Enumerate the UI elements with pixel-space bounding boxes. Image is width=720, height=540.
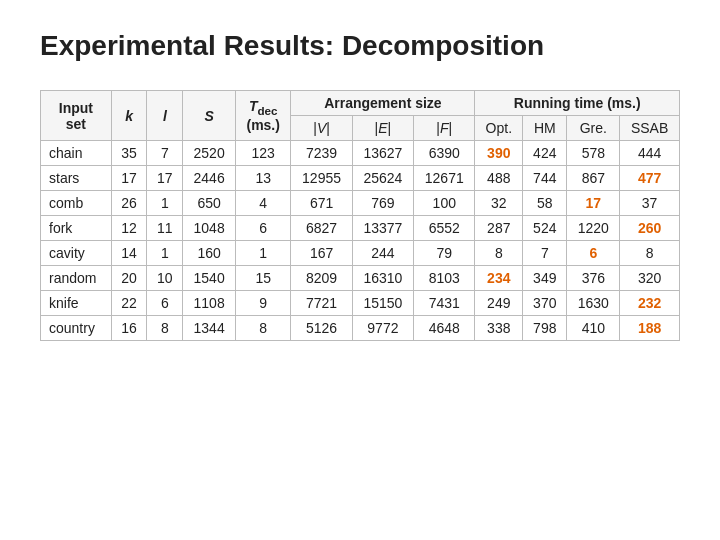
table-cell: comb bbox=[41, 191, 112, 216]
table-cell: 390 bbox=[475, 141, 523, 166]
table-cell: 287 bbox=[475, 216, 523, 241]
table-cell: 1540 bbox=[183, 266, 236, 291]
table-cell: 4 bbox=[236, 191, 291, 216]
table-cell: 1048 bbox=[183, 216, 236, 241]
table-cell: 444 bbox=[620, 141, 680, 166]
table-cell: 2446 bbox=[183, 166, 236, 191]
table-cell: 6827 bbox=[291, 216, 352, 241]
table-cell: 6552 bbox=[414, 216, 475, 241]
table-cell: 671 bbox=[291, 191, 352, 216]
table-cell: country bbox=[41, 316, 112, 341]
table-row: cavity1411601167244798768 bbox=[41, 241, 680, 266]
col-group-running: Running time (ms.) bbox=[475, 91, 680, 116]
table-cell: 22 bbox=[111, 291, 147, 316]
table-cell: random bbox=[41, 266, 112, 291]
table-row: random2010154015820916310810323434937632… bbox=[41, 266, 680, 291]
table-cell: chain bbox=[41, 141, 112, 166]
table-cell: 7 bbox=[147, 141, 183, 166]
col-gre: Gre. bbox=[567, 116, 620, 141]
table-cell: 744 bbox=[523, 166, 567, 191]
table-cell: 376 bbox=[567, 266, 620, 291]
table-cell: 9 bbox=[236, 291, 291, 316]
table-cell: 12671 bbox=[414, 166, 475, 191]
table-cell: 8 bbox=[620, 241, 680, 266]
table-cell: knife bbox=[41, 291, 112, 316]
table-cell: 650 bbox=[183, 191, 236, 216]
col-group-arrangement: Arrangement size bbox=[291, 91, 475, 116]
col-v: |V| bbox=[291, 116, 352, 141]
table-cell: 4648 bbox=[414, 316, 475, 341]
table-cell: 1344 bbox=[183, 316, 236, 341]
table-cell: cavity bbox=[41, 241, 112, 266]
table-cell: 6 bbox=[567, 241, 620, 266]
table-cell: 15150 bbox=[352, 291, 413, 316]
table-cell: 769 bbox=[352, 191, 413, 216]
col-k: k bbox=[111, 91, 147, 141]
table-cell: 9772 bbox=[352, 316, 413, 341]
table-cell: 370 bbox=[523, 291, 567, 316]
col-tdec: Tdec(ms.) bbox=[236, 91, 291, 141]
results-table: Inputset k l S Tdec(ms.) Arrangement siz… bbox=[40, 90, 680, 341]
table-cell: 232 bbox=[620, 291, 680, 316]
table-cell: 15 bbox=[236, 266, 291, 291]
table-cell: 488 bbox=[475, 166, 523, 191]
col-hm: HM bbox=[523, 116, 567, 141]
table-cell: 13 bbox=[236, 166, 291, 191]
table-cell: 12 bbox=[111, 216, 147, 241]
table-cell: 11 bbox=[147, 216, 183, 241]
table-cell: fork bbox=[41, 216, 112, 241]
table-cell: 16 bbox=[111, 316, 147, 341]
table-cell: 16310 bbox=[352, 266, 413, 291]
table-cell: 12955 bbox=[291, 166, 352, 191]
table-cell: 477 bbox=[620, 166, 680, 191]
table-cell: 338 bbox=[475, 316, 523, 341]
table-row: comb261650467176910032581737 bbox=[41, 191, 680, 216]
table-cell: 798 bbox=[523, 316, 567, 341]
table-cell: 5126 bbox=[291, 316, 352, 341]
table-cell: 13377 bbox=[352, 216, 413, 241]
table-cell: 8 bbox=[236, 316, 291, 341]
table-cell: 25624 bbox=[352, 166, 413, 191]
col-f: |F| bbox=[414, 116, 475, 141]
table-cell: 123 bbox=[236, 141, 291, 166]
col-ssab: SSAB bbox=[620, 116, 680, 141]
table-cell: 37 bbox=[620, 191, 680, 216]
table-cell: 17 bbox=[147, 166, 183, 191]
table-cell: 7239 bbox=[291, 141, 352, 166]
table-cell: 867 bbox=[567, 166, 620, 191]
table-cell: 6390 bbox=[414, 141, 475, 166]
col-l: l bbox=[147, 91, 183, 141]
table-cell: 14 bbox=[111, 241, 147, 266]
table-cell: 58 bbox=[523, 191, 567, 216]
table-cell: 17 bbox=[111, 166, 147, 191]
table-cell: 10 bbox=[147, 266, 183, 291]
table-cell: stars bbox=[41, 166, 112, 191]
table-cell: 188 bbox=[620, 316, 680, 341]
table-cell: 32 bbox=[475, 191, 523, 216]
table-cell: 1630 bbox=[567, 291, 620, 316]
table-cell: 244 bbox=[352, 241, 413, 266]
table-cell: 234 bbox=[475, 266, 523, 291]
table-cell: 6 bbox=[147, 291, 183, 316]
col-s: S bbox=[183, 91, 236, 141]
table-cell: 13627 bbox=[352, 141, 413, 166]
table-cell: 17 bbox=[567, 191, 620, 216]
table-row: chain35725201237239136276390390424578444 bbox=[41, 141, 680, 166]
page-title: Experimental Results: Decomposition bbox=[40, 30, 680, 62]
table-cell: 410 bbox=[567, 316, 620, 341]
table-cell: 1108 bbox=[183, 291, 236, 316]
table-cell: 35 bbox=[111, 141, 147, 166]
table-cell: 8 bbox=[475, 241, 523, 266]
table-cell: 349 bbox=[523, 266, 567, 291]
col-e: |E| bbox=[352, 116, 413, 141]
col-input-set: Inputset bbox=[41, 91, 112, 141]
table-cell: 160 bbox=[183, 241, 236, 266]
table-row: stars17172446131295525624126714887448674… bbox=[41, 166, 680, 191]
table-cell: 1 bbox=[147, 191, 183, 216]
table-cell: 8209 bbox=[291, 266, 352, 291]
table-cell: 320 bbox=[620, 266, 680, 291]
table-cell: 524 bbox=[523, 216, 567, 241]
table-cell: 167 bbox=[291, 241, 352, 266]
table-cell: 6 bbox=[236, 216, 291, 241]
table-row: country16813448512697724648338798410188 bbox=[41, 316, 680, 341]
